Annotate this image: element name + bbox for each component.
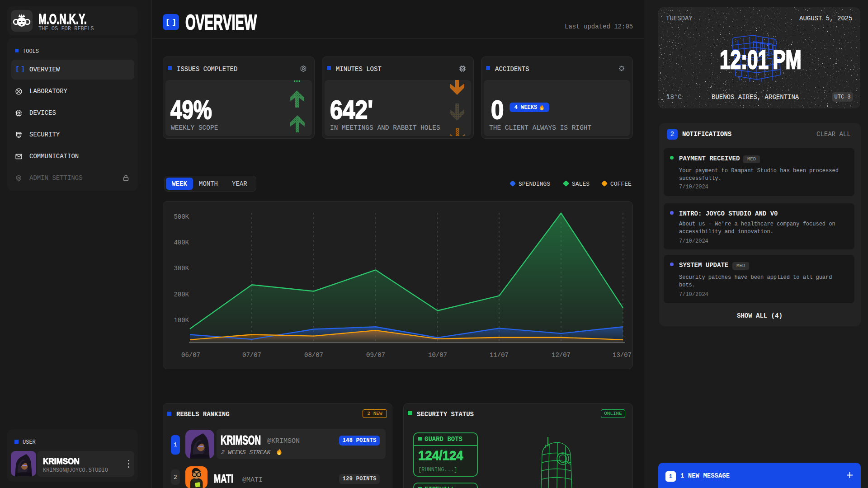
svg-text:13/07: 13/07 bbox=[613, 352, 632, 359]
svg-text:12/07: 12/07 bbox=[552, 352, 571, 359]
svg-text:300K: 300K bbox=[174, 265, 189, 272]
svg-text:09/07: 09/07 bbox=[366, 352, 385, 359]
svg-text:06/07: 06/07 bbox=[181, 352, 200, 359]
svg-text:11/07: 11/07 bbox=[490, 352, 509, 359]
svg-text:500K: 500K bbox=[174, 213, 189, 221]
svg-text:100K: 100K bbox=[174, 317, 189, 324]
svg-text:08/07: 08/07 bbox=[304, 352, 323, 359]
svg-text:400K: 400K bbox=[174, 239, 189, 246]
svg-text:200K: 200K bbox=[174, 291, 189, 298]
svg-text:10/07: 10/07 bbox=[428, 352, 447, 359]
svg-text:07/07: 07/07 bbox=[242, 352, 261, 359]
